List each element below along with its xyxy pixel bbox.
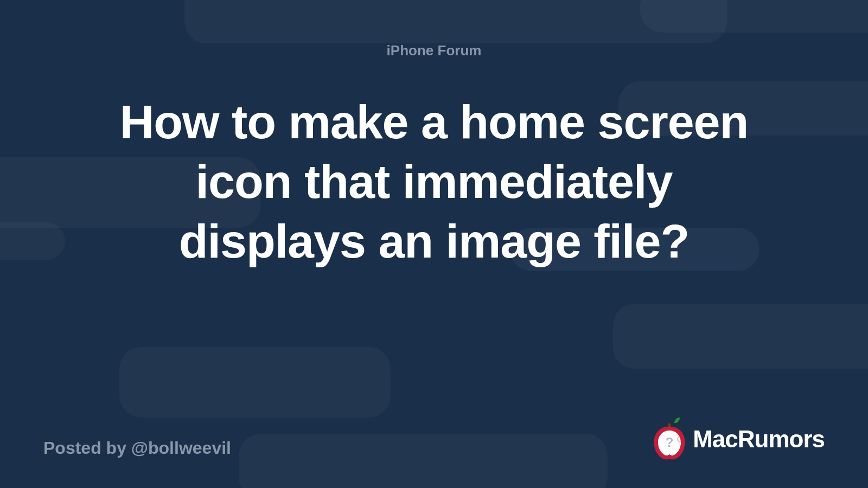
social-card: iPhone Forum How to make a home screen i…	[0, 0, 868, 488]
forum-category: iPhone Forum	[0, 42, 868, 59]
site-brand: ? MacRumors	[650, 416, 825, 462]
author-handle: @bollweevil	[131, 438, 231, 458]
brand-name: MacRumors	[693, 426, 825, 453]
post-author: Posted by @bollweevil	[43, 438, 231, 458]
posted-by-label: Posted by	[43, 438, 131, 458]
thread-title: How to make a home screen icon that imme…	[98, 92, 770, 271]
svg-text:?: ?	[666, 435, 674, 450]
apple-logo-icon: ?	[650, 416, 688, 462]
